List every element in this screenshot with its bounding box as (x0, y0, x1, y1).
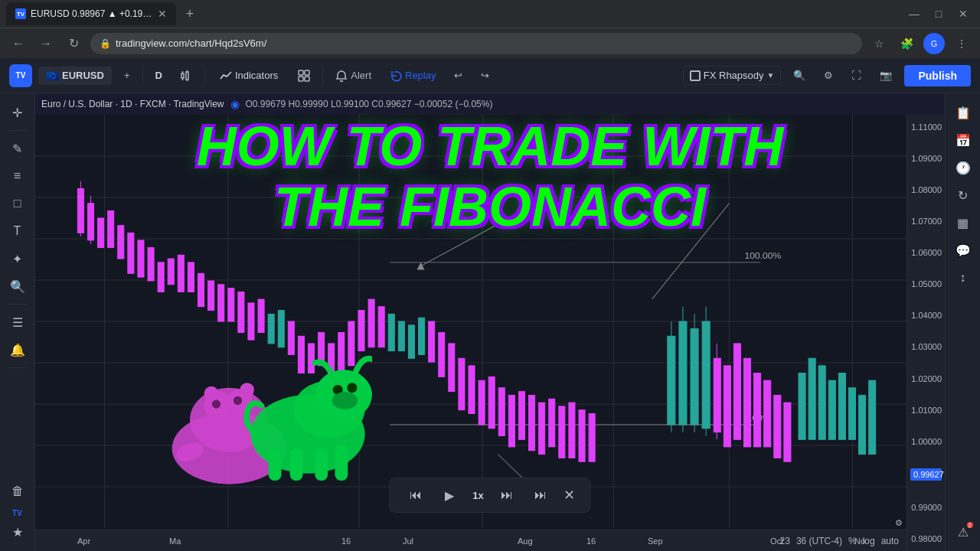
maximize-button[interactable]: □ (928, 3, 949, 24)
svg-point-121 (234, 396, 242, 405)
extensions-button[interactable]: 🧩 (896, 33, 917, 54)
ohlc-display: O0.99679 H0.99990 L0.99100 C0.99627 −0.0… (246, 99, 493, 109)
tab-title: EURUSD 0.98967 ▲ +0.19% FX F... (31, 8, 153, 19)
svg-rect-83 (539, 403, 545, 455)
right-panel-notification[interactable]: ⚠ 2 (950, 519, 976, 545)
forward-button[interactable]: → (35, 33, 57, 54)
new-tab-button[interactable]: + (179, 3, 201, 24)
right-panel-calendar[interactable]: 📅 (950, 127, 976, 153)
svg-rect-74 (449, 344, 455, 392)
template-name: FX Rhapsody (704, 70, 764, 81)
crosshair-tool[interactable]: ✛ (5, 99, 31, 126)
right-panel: 📋 📅 🕐 ↻ ▦ 💬 ↕ ⚠ 2 (945, 93, 980, 551)
tradingview-logo[interactable]: TV (9, 64, 32, 87)
tradingview-header: TV 🇪🇺 EURUSD + D Indicators Alert (0, 58, 980, 93)
symbol-selector[interactable]: 🇪🇺 EURUSD (38, 67, 112, 85)
replay-play-button[interactable]: ▶ (439, 484, 460, 506)
right-panel-refresh[interactable]: ↻ (950, 182, 976, 208)
svg-point-119 (240, 383, 254, 397)
bookmark-button[interactable]: ☆ (868, 33, 890, 54)
publish-button[interactable]: Publish (904, 65, 971, 86)
right-panel-watchlist[interactable]: 📋 (950, 99, 976, 126)
log-button[interactable]: log (863, 536, 875, 546)
zoom-tool[interactable]: 🔍 (5, 273, 31, 299)
svg-rect-86 (569, 403, 575, 458)
info-icon: ◉ (230, 98, 240, 110)
chart-area[interactable]: Euro / U.S. Dollar · 1D · FXCM · Trading… (35, 93, 945, 551)
svg-point-129 (332, 392, 358, 409)
alert-button[interactable]: Alert (329, 67, 377, 85)
horizontal-line-tool[interactable]: ≡ (5, 163, 31, 189)
svg-rect-81 (518, 392, 524, 440)
svg-rect-52 (228, 289, 234, 321)
template-selector[interactable]: FX Rhapsody ▼ (683, 66, 782, 85)
replay-rewind-button[interactable]: ⏮ (405, 484, 426, 506)
star-tool[interactable]: ★ (5, 519, 31, 545)
chart-settings-area: ⚙ (895, 518, 903, 528)
symbol-flag: 🇪🇺 (46, 70, 59, 82)
svg-rect-6 (299, 70, 303, 75)
template-chevron: ▼ (767, 71, 775, 80)
replay-fast-forward-button[interactable]: ⏭ (530, 484, 551, 506)
replay-button[interactable]: Replay (384, 67, 442, 85)
profile-button[interactable]: G (923, 33, 945, 54)
time-label-sep: Sep (648, 536, 663, 546)
redo-button[interactable]: ↪ (475, 67, 495, 84)
period-selector[interactable]: D (149, 67, 168, 84)
url-bar[interactable]: 🔒 tradingview.com/chart/Hqd2sV6m/ (90, 33, 862, 54)
trash-tool[interactable]: 🗑 (5, 478, 31, 504)
time-settings-button[interactable]: ⚙ (895, 518, 903, 528)
close-browser-button[interactable]: ✕ (952, 3, 974, 24)
settings-button[interactable]: ⚙ (818, 67, 839, 84)
toolbar-separator-1 (8, 130, 27, 131)
svg-rect-78 (488, 377, 495, 428)
minimize-button[interactable]: — (903, 3, 925, 24)
right-panel-calculator[interactable]: ▦ (950, 210, 976, 236)
replay-control-bar: ⏮ ▶ 1x ⏭ ⏭ ✕ (389, 478, 590, 513)
measure-tool[interactable]: ✦ (5, 246, 31, 272)
replay-close-button[interactable]: ✕ (564, 487, 575, 504)
add-symbol-button[interactable]: + (118, 67, 136, 84)
tab-close-button[interactable]: ✕ (158, 8, 167, 20)
right-panel-chat[interactable]: 💬 (950, 237, 976, 263)
percent-button[interactable]: % (848, 536, 857, 546)
replay-speed-display[interactable]: 1x (472, 490, 483, 501)
alert-tool[interactable]: 🔔 (5, 337, 31, 363)
price-level-4: 1.07000 (910, 217, 942, 226)
undo-button[interactable]: ↩ (448, 67, 469, 84)
auto-button[interactable]: auto (881, 536, 899, 546)
right-panel-arrow[interactable]: ↕ (950, 265, 976, 291)
svg-rect-50 (208, 281, 214, 311)
chart-type-button[interactable] (175, 67, 199, 85)
camera-button[interactable]: 📷 (874, 67, 898, 84)
right-panel-clock[interactable]: 🕐 (950, 155, 976, 181)
svg-rect-7 (305, 70, 309, 75)
compare-button[interactable] (292, 67, 316, 85)
back-button[interactable]: ← (8, 33, 29, 54)
replay-step-forward-button[interactable]: ⏭ (496, 484, 518, 506)
search-button[interactable]: 🔍 (787, 67, 812, 84)
svg-marker-31 (417, 262, 425, 270)
refresh-button[interactable]: ↻ (63, 33, 84, 54)
svg-rect-77 (479, 380, 485, 425)
toolbar-separator-2 (8, 304, 27, 305)
svg-rect-88 (589, 414, 595, 462)
svg-rect-106 (828, 380, 835, 439)
active-tab[interactable]: TV EURUSD 0.98967 ▲ +0.19% FX F... ✕ (6, 2, 176, 25)
browser-menu-button[interactable]: ⋮ (951, 33, 972, 54)
rect-tool[interactable]: □ (5, 191, 31, 217)
svg-rect-68 (388, 314, 394, 350)
svg-rect-8 (299, 77, 303, 81)
text-tool[interactable]: T (5, 218, 31, 244)
watchlist-tool[interactable]: ☰ (5, 309, 31, 335)
price-level-2: 1.09000 (910, 154, 942, 163)
svg-rect-133 (335, 445, 348, 481)
svg-rect-46 (168, 259, 174, 285)
price-level-8: 1.03000 (910, 342, 942, 351)
svg-rect-51 (218, 285, 224, 321)
svg-rect-70 (408, 325, 414, 358)
indicators-button[interactable]: Indicators (212, 67, 286, 85)
toolbar-separator-3 (8, 367, 27, 368)
pen-tool[interactable]: ✎ (5, 135, 31, 161)
fullscreen-button[interactable]: ⛶ (845, 67, 867, 84)
